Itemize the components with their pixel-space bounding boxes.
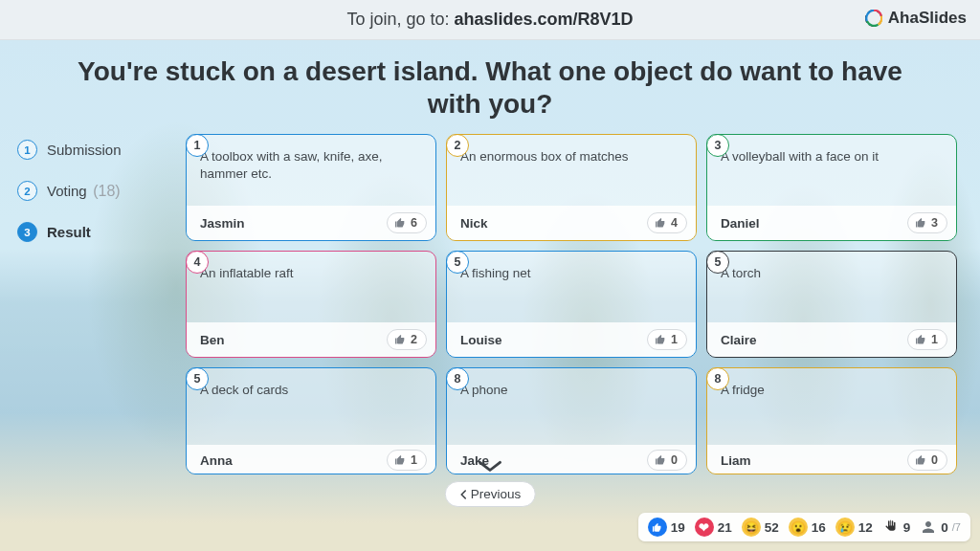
vote-pill[interactable]: 3 <box>907 212 947 233</box>
vote-pill[interactable]: 4 <box>647 212 687 233</box>
answer-card[interactable]: 2An enormous box of matchesNick4 <box>446 134 697 241</box>
like-icon <box>648 518 667 537</box>
join-url: ahaslides.com/R8V1D <box>455 10 634 30</box>
heart-icon: ❤ <box>695 518 714 537</box>
join-prefix: To join, go to: <box>346 10 449 30</box>
thumb-up-icon <box>655 454 666 466</box>
answers-grid: 1A toolbox with a saw, knife, axe, hamme… <box>186 134 963 474</box>
expand-chevron-icon[interactable] <box>477 459 503 474</box>
vote-count: 4 <box>671 216 678 230</box>
steps-sidebar: 1 Submission 2 Voting (18) 3 Result <box>17 134 186 509</box>
card-body: An inflatable raft <box>187 252 435 322</box>
vote-pill[interactable]: 0 <box>907 450 947 471</box>
answer-card[interactable]: 5A fishing netLouise1 <box>446 251 697 358</box>
card-body: A fishing net <box>447 252 696 322</box>
answer-card[interactable]: 1A toolbox with a saw, knife, axe, hamme… <box>186 134 436 241</box>
card-footer: Liam0 <box>707 445 956 474</box>
author-name: Ben <box>200 333 225 347</box>
step-voting[interactable]: 2 Voting (18) <box>17 181 186 201</box>
previous-label: Previous <box>471 487 522 501</box>
author-name: Louise <box>460 333 502 347</box>
card-body: A deck of cards <box>187 368 435 445</box>
answer-card[interactable]: 5A deck of cardsAnna1 <box>186 367 436 474</box>
brand-name: AhaSlides <box>888 9 967 28</box>
vote-count: 2 <box>411 333 417 346</box>
people-icon <box>920 518 937 536</box>
sad-icon: 😢 <box>835 518 855 537</box>
participants-count[interactable]: 0/7 <box>920 518 961 536</box>
vote-pill[interactable]: 6 <box>387 212 427 233</box>
thumb-up-icon <box>915 454 926 466</box>
card-body: A volleyball with a face on it <box>707 135 956 206</box>
reaction-sad[interactable]: 😢 12 <box>835 518 873 537</box>
author-name: Nick <box>460 216 488 231</box>
answer-text: A phone <box>460 382 684 398</box>
vote-pill[interactable]: 2 <box>387 329 427 350</box>
reaction-heart[interactable]: ❤ 21 <box>695 518 732 537</box>
thumb-up-icon <box>394 454 406 466</box>
card-footer: Daniel3 <box>707 206 956 240</box>
author-name: Liam <box>721 453 751 468</box>
answer-card[interactable]: 5A torchClaire1 <box>706 251 957 358</box>
vote-count: 0 <box>671 453 678 467</box>
topbar: To join, go to: ahaslides.com/R8V1D AhaS… <box>0 0 980 40</box>
answer-text: A deck of cards <box>200 382 424 398</box>
author-name: Claire <box>721 333 757 347</box>
card-footer: Anna1 <box>187 445 435 474</box>
vote-count: 1 <box>411 453 417 467</box>
answer-text: A fridge <box>721 382 945 398</box>
vote-pill[interactable]: 0 <box>647 450 687 471</box>
author-name: Daniel <box>721 216 760 231</box>
answer-card[interactable]: 4An inflatable raftBen2 <box>186 251 436 358</box>
thumb-up-icon <box>655 334 666 345</box>
vote-count: 6 <box>411 216 417 230</box>
hand-icon <box>882 518 900 536</box>
vote-pill[interactable]: 1 <box>907 329 947 350</box>
card-footer: Ben2 <box>187 322 435 357</box>
reactions-bar: 19 ❤ 21 😆 52 😮 16 😢 12 9 0/7 <box>638 513 970 541</box>
answer-text: A fishing net <box>460 265 684 281</box>
vote-pill[interactable]: 1 <box>387 450 427 471</box>
ahaslides-logo-icon <box>865 10 882 27</box>
answer-text: An inflatable raft <box>200 265 424 281</box>
reaction-laugh[interactable]: 😆 52 <box>742 518 779 537</box>
vote-count: 0 <box>931 453 938 467</box>
card-body: A torch <box>707 252 956 322</box>
thumb-up-icon <box>915 334 926 345</box>
answer-text: A toolbox with a saw, knife, axe, hammer… <box>200 148 424 182</box>
vote-count: 1 <box>931 333 938 346</box>
vote-count: 1 <box>671 333 678 346</box>
main-content: You're stuck on a desert island. What on… <box>0 40 980 509</box>
step-result[interactable]: 3 Result <box>17 222 186 242</box>
previous-button[interactable]: Previous <box>445 481 536 507</box>
author-name: Anna <box>200 453 233 468</box>
answer-card[interactable]: 8A fridgeLiam0 <box>706 367 957 474</box>
vote-count: 3 <box>931 216 938 230</box>
card-footer: Jasmin6 <box>187 206 435 240</box>
card-body: A phone <box>447 368 696 445</box>
chevron-left-icon <box>459 490 468 499</box>
card-footer: Nick4 <box>447 206 696 240</box>
laugh-icon: 😆 <box>742 518 761 537</box>
card-body: A fridge <box>707 368 956 445</box>
answers-grid-wrap: 1A toolbox with a saw, knife, axe, hamme… <box>186 134 963 509</box>
answer-text: A torch <box>721 265 945 281</box>
step-submission[interactable]: 1 Submission <box>17 140 186 160</box>
answer-text: An enormous box of matches <box>460 148 684 165</box>
answer-card[interactable]: 3A volleyball with a face on itDaniel3 <box>706 134 957 241</box>
answer-text: A volleyball with a face on it <box>721 148 945 165</box>
card-body: A toolbox with a saw, knife, axe, hammer… <box>187 135 435 206</box>
card-footer: Louise1 <box>447 322 696 357</box>
reaction-like[interactable]: 19 <box>648 518 685 537</box>
brand-logo: AhaSlides <box>865 9 967 28</box>
author-name: Jasmin <box>200 216 245 231</box>
question-title: You're stuck on a desert island. What on… <box>17 50 963 134</box>
thumb-up-icon <box>655 217 666 229</box>
reaction-wow[interactable]: 😮 16 <box>789 518 826 537</box>
reaction-hand[interactable]: 9 <box>882 518 911 536</box>
thumb-up-icon <box>915 217 926 229</box>
vote-pill[interactable]: 1 <box>647 329 687 350</box>
wow-icon: 😮 <box>789 518 808 537</box>
thumb-up-icon <box>394 217 406 229</box>
card-footer: Claire1 <box>707 322 956 357</box>
